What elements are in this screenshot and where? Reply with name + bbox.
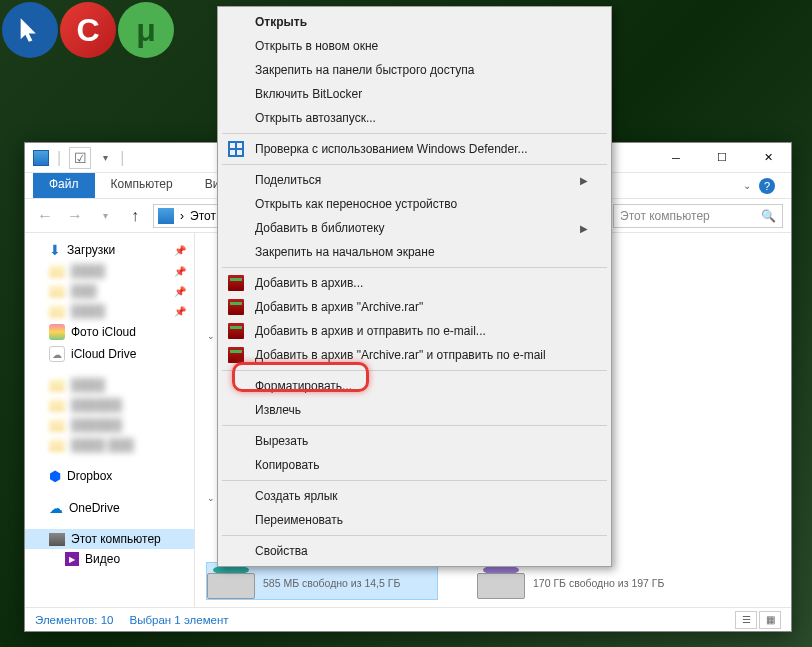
menu-separator [222,370,607,371]
taskbar-ccleaner-icon[interactable]: C [60,2,116,58]
sidebar-item-video[interactable]: ▶Видео [25,549,194,569]
help-icon[interactable]: ? [759,178,775,194]
defender-icon [228,141,244,157]
submenu-arrow-icon: ▶ [580,223,588,234]
sidebar-item-label: Фото iCloud [71,325,136,339]
nav-back-button[interactable]: ← [33,204,57,228]
folder-icon [49,439,65,452]
menu-item-open-new-window[interactable]: Открыть в новом окне [221,34,608,58]
sidebar-item-downloads[interactable]: ⬇ Загрузки 📌 [25,239,194,261]
folder-icon [49,285,65,298]
window-icon [33,150,49,166]
menu-item-properties[interactable]: Свойства [221,539,608,563]
ribbon-collapse-icon[interactable]: ⌄ [743,180,751,191]
video-icon: ▶ [65,552,79,566]
menu-item-pin-start[interactable]: Закрепить на начальном экране [221,240,608,264]
winrar-icon [228,299,244,315]
chevron-down-icon: ⌄ [207,331,215,341]
view-icons-button[interactable]: ▦ [759,611,781,629]
nav-recent-dropdown[interactable]: ▾ [93,204,117,228]
menu-item-format[interactable]: Форматировать... [221,374,608,398]
sidebar-item-this-pc[interactable]: Этот компьютер [25,529,194,549]
context-menu: Открыть Открыть в новом окне Закрепить н… [217,6,612,567]
sidebar-item-folder[interactable]: ████ [25,375,194,395]
icloud-photo-icon [49,324,65,340]
menu-item-defender[interactable]: Проверка с использованием Windows Defend… [221,137,608,161]
menu-item-bitlocker[interactable]: Включить BitLocker [221,82,608,106]
drive-icon [477,563,525,599]
view-details-button[interactable]: ☰ [735,611,757,629]
folder-icon [49,379,65,392]
menu-item-eject[interactable]: Извлечь [221,398,608,422]
folder-icon [49,305,65,318]
sidebar-item-folder[interactable]: ██████ [25,395,194,415]
nav-forward-button[interactable]: → [63,204,87,228]
minimize-button[interactable]: ─ [653,143,699,173]
downloads-icon: ⬇ [49,242,61,258]
folder-icon [49,399,65,412]
sidebar-item-onedrive[interactable]: ☁OneDrive [25,497,194,519]
menu-item-copy[interactable]: Копировать [221,453,608,477]
sidebar-item-label: iCloud Drive [71,347,136,361]
status-item-count: Элементов: 10 [35,614,113,626]
menu-item-portable-device[interactable]: Открыть как переносное устройство [221,192,608,216]
onedrive-icon: ☁ [49,500,63,516]
address-location-icon [158,208,174,224]
menu-item-autoplay[interactable]: Открыть автозапуск... [221,106,608,130]
menu-item-add-archive-rar-email[interactable]: Добавить в архив "Archive.rar" и отправи… [221,343,608,367]
titlebar-separator: | [57,149,61,167]
drive-item-selected[interactable]: 585 МБ свободно из 14,5 ГБ [207,563,437,599]
menu-item-add-archive[interactable]: Добавить в архив... [221,271,608,295]
sidebar-item-label: Dropbox [67,469,112,483]
winrar-icon [228,347,244,363]
menu-item-add-archive-rar[interactable]: Добавить в архив "Archive.rar" [221,295,608,319]
submenu-arrow-icon: ▶ [580,175,588,186]
drive-item[interactable]: 170 ГБ свободно из 197 ГБ [477,563,707,599]
nav-up-button[interactable]: ↑ [123,204,147,228]
taskbar-utorrent-icon[interactable]: μ [118,2,174,58]
pin-icon: 📌 [174,245,186,256]
sidebar-item-pinned[interactable]: ████📌 [25,261,194,281]
search-box[interactable]: Этот компьютер 🔍 [613,204,783,228]
menu-item-create-shortcut[interactable]: Создать ярлык [221,484,608,508]
sidebar-item-photo-icloud[interactable]: Фото iCloud [25,321,194,343]
ribbon-tab-file[interactable]: Файл [33,173,95,198]
menu-separator [222,164,607,165]
taskbar-app-icon[interactable] [2,2,58,58]
close-button[interactable]: ✕ [745,143,791,173]
menu-item-add-library[interactable]: Добавить в библиотеку▶ [221,216,608,240]
menu-item-share[interactable]: Поделиться▶ [221,168,608,192]
folder-icon [49,265,65,278]
qat-properties-icon[interactable]: ☑ [69,147,91,169]
sidebar-item-icloud-drive[interactable]: ☁iCloud Drive [25,343,194,365]
ribbon-tab-computer[interactable]: Компьютер [95,173,189,198]
sidebar-item-label: OneDrive [69,501,120,515]
menu-item-cut[interactable]: Вырезать [221,429,608,453]
sidebar-item-folder[interactable]: ██████ [25,415,194,435]
pin-icon: 📌 [174,286,186,297]
sidebar-item-label: Видео [85,552,120,566]
menu-item-open[interactable]: Открыть [221,10,608,34]
sidebar-item-folder[interactable]: ████ ███ [25,435,194,455]
menu-separator [222,267,607,268]
menu-separator [222,480,607,481]
menu-item-add-archive-email[interactable]: Добавить в архив и отправить по e-mail..… [221,319,608,343]
folder-icon [49,419,65,432]
sidebar-item-pinned[interactable]: ████📌 [25,301,194,321]
qat-dropdown-icon[interactable]: ▾ [99,152,112,163]
drive-free-text: 585 МБ свободно из 14,5 ГБ [263,577,400,589]
menu-separator [222,133,607,134]
sidebar-item-label: Загрузки [67,243,115,257]
sidebar-item-label: Этот компьютер [71,532,161,546]
menu-separator [222,535,607,536]
menu-item-pin-quick-access[interactable]: Закрепить на панели быстрого доступа [221,58,608,82]
pin-icon: 📌 [174,266,186,277]
status-selection: Выбран 1 элемент [129,614,228,626]
pin-icon: 📌 [174,306,186,317]
sidebar-item-pinned[interactable]: ███📌 [25,281,194,301]
sidebar-item-dropbox[interactable]: ⬢Dropbox [25,465,194,487]
menu-item-rename[interactable]: Переименовать [221,508,608,532]
maximize-button[interactable]: ☐ [699,143,745,173]
address-separator: › [180,209,184,223]
dropbox-icon: ⬢ [49,468,61,484]
